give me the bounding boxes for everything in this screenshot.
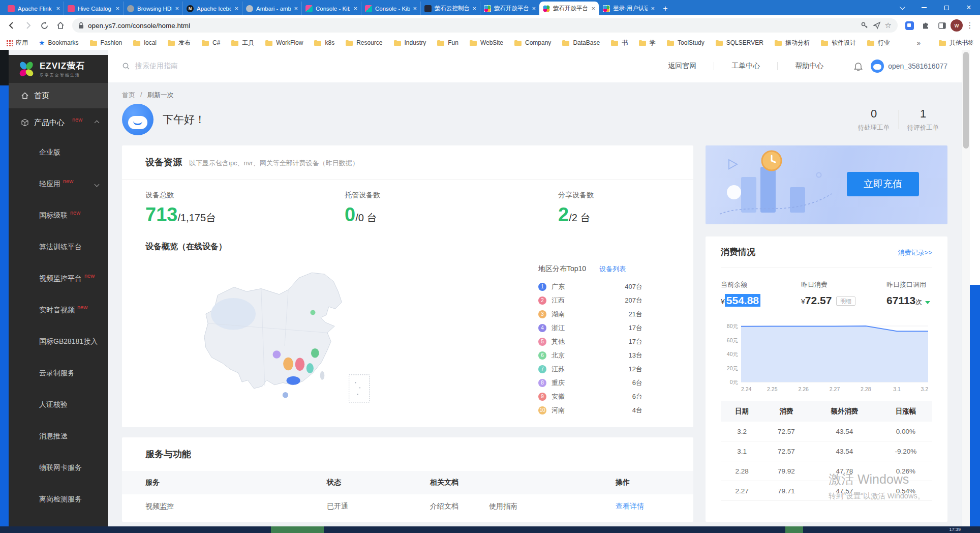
consumption-records-link[interactable]: 消费记录>> (898, 248, 932, 257)
extensions-puzzle-icon[interactable] (918, 18, 933, 33)
other-bookmarks[interactable]: 其他书签 (938, 39, 974, 47)
browser-tab[interactable]: Ambari - amba× (242, 2, 301, 15)
service-doc-guide[interactable]: 使用指南 (489, 502, 517, 511)
side-panel-icon[interactable] (934, 18, 950, 33)
browser-tab[interactable]: Hive Catalog |× (64, 2, 123, 15)
pending-workorders[interactable]: 0 待处理工单 (849, 107, 898, 132)
browser-tab[interactable]: 萤石云控制台_E× (420, 2, 480, 15)
tab-close-icon[interactable]: × (651, 5, 655, 12)
bookmark-folder[interactable]: k8s (314, 39, 334, 47)
send-icon[interactable] (873, 21, 881, 29)
review-workorders[interactable]: 1 待评价工单 (899, 107, 947, 132)
apps-shortcut[interactable]: 应用 (6, 39, 28, 47)
browser-tab[interactable]: NApache Iceberg× (182, 2, 242, 15)
bookmark-folder[interactable]: 工具 (231, 39, 254, 47)
ezviz-logo[interactable]: EZVIZ萤石 乐享安全智能生活 (9, 55, 108, 83)
close-button[interactable]: × (958, 0, 980, 15)
tab-close-icon[interactable]: × (591, 5, 595, 12)
reload-button[interactable] (37, 18, 52, 33)
sidebar-item-首页[interactable]: 首页 (9, 83, 108, 108)
sidebar-item-离岗检测服务[interactable]: 离岗检测服务 (9, 484, 108, 515)
browser-menu-icon[interactable]: ⋮ (964, 21, 976, 30)
taskbar[interactable]: 17:39 (0, 526, 980, 533)
tab-close-icon[interactable]: × (234, 5, 238, 12)
bookmark-folder[interactable]: 行业 (867, 39, 890, 47)
tab-close-icon[interactable]: × (56, 5, 60, 12)
forward-button[interactable] (20, 18, 36, 33)
sidebar-item-产品中心[interactable]: 产品中心new (9, 108, 108, 137)
browser-tab[interactable]: Apache Flink W× (4, 2, 64, 15)
sidebar-item-企业版[interactable]: 企业版 (9, 137, 108, 168)
bookmark-folder[interactable]: Fun (437, 39, 458, 47)
bookmark-folder[interactable]: DataBase (562, 39, 600, 47)
bookmark-folder[interactable]: 振动分析 (774, 39, 810, 47)
sidebar-item-人证核验[interactable]: 人证核验 (9, 389, 108, 421)
home-button[interactable] (53, 18, 68, 33)
browser-tab[interactable]: 萤石开放平台-开× (480, 2, 539, 15)
back-button[interactable] (4, 18, 19, 33)
new-tab-button[interactable]: + (658, 2, 672, 15)
device-list-link[interactable]: 设备列表 (599, 264, 626, 274)
tab-close-icon[interactable]: × (472, 5, 476, 12)
address-bar[interactable]: open.ys7.com/console/home.html ☆ (72, 18, 898, 33)
caret-down-icon[interactable] (925, 301, 930, 304)
tab-close-icon[interactable]: × (413, 5, 417, 12)
bookmark-folder[interactable]: Fashion (89, 39, 122, 47)
sidebar-item-视频监控平台[interactable]: 视频监控平台new (9, 263, 108, 294)
link-ticket-center[interactable]: 工单中心 (714, 62, 777, 71)
bookmark-folder[interactable]: ToolStudy (666, 39, 705, 47)
sidebar-item-轻应用[interactable]: 轻应用new (9, 168, 108, 200)
breadcrumb-home[interactable]: 首页 (122, 91, 135, 100)
browser-tab[interactable]: Console - Kiba× (361, 2, 420, 15)
maximize-button[interactable] (935, 0, 958, 15)
browser-tab[interactable]: Browsing HDFS× (123, 2, 182, 15)
sidebar-item-国标GB28181接入[interactable]: 国标GB28181接入 (9, 326, 108, 358)
browser-tab[interactable]: 登录-用户认证中× (599, 2, 658, 15)
consumption-chart[interactable]: 0元20元40元60元80元2.242.252.262.272.283.13.2 (721, 317, 932, 394)
profile-avatar[interactable]: w (951, 19, 963, 32)
bookmark-folder[interactable]: WebSite (469, 39, 503, 47)
sidebar-item-算法训练平台[interactable]: 算法训练平台 (9, 231, 108, 263)
tab-close-icon[interactable]: × (532, 5, 536, 12)
service-doc-intro[interactable]: 介绍文档 (430, 502, 458, 511)
bookmark-folder[interactable]: Company (514, 39, 551, 47)
bookmark-folder[interactable]: 学 (638, 39, 656, 47)
taskbar-app-indicator[interactable] (785, 526, 803, 533)
browser-tab[interactable]: 萤石开放平台-接× (539, 2, 599, 15)
browser-tab[interactable]: Console - Kiba× (301, 2, 361, 15)
bookmarks-overflow-chevron[interactable]: » (917, 39, 921, 47)
bookmark-folder[interactable]: SQLSERVER (715, 39, 763, 47)
bookmark-folder[interactable]: local (133, 39, 157, 47)
page-scrollbar[interactable] (962, 50, 970, 526)
tab-close-icon[interactable]: × (175, 5, 179, 12)
bookmark-folder[interactable]: WorkFlow (265, 39, 303, 47)
guide-search-input[interactable]: 搜索使用指南 (122, 62, 386, 71)
sidebar-item-实时音视频[interactable]: 实时音视频new (9, 294, 108, 326)
service-detail-link[interactable]: 查看详情 (616, 502, 644, 511)
tab-search-chevron-icon[interactable] (891, 0, 913, 15)
bookmark-folder[interactable]: Industry (393, 39, 426, 47)
bookmark-folder[interactable]: 发布 (167, 39, 191, 47)
scrollbar-thumb[interactable] (963, 52, 969, 149)
tab-close-icon[interactable]: × (294, 5, 298, 12)
recharge-button[interactable]: 立即充值 (847, 172, 919, 196)
sidebar-item-消息推送[interactable]: 消息推送 (9, 421, 108, 452)
user-account[interactable]: open_3581616077 (871, 60, 947, 73)
bookmark-folder[interactable]: 书 (610, 39, 628, 47)
link-official-site[interactable]: 返回官网 (651, 62, 714, 71)
china-map[interactable] (142, 255, 427, 411)
minimize-button[interactable] (913, 0, 935, 15)
bookmark-folder[interactable]: 软件设计 (820, 39, 856, 47)
taskbar-app-indicator[interactable] (271, 526, 324, 533)
sidebar-item-云录制服务[interactable]: 云录制服务 (9, 358, 108, 389)
link-help-center[interactable]: 帮助中心 (778, 62, 841, 71)
bookmark-folder[interactable]: Resource (345, 39, 382, 47)
notification-bell-icon[interactable] (854, 62, 863, 71)
bookmarks-folder-root[interactable]: ★ Bookmarks (39, 39, 79, 47)
tab-close-icon[interactable]: × (115, 5, 119, 12)
tab-close-icon[interactable]: × (353, 5, 357, 12)
key-icon[interactable] (861, 21, 869, 29)
sidebar-item-国标级联[interactable]: 国标级联new (9, 200, 108, 231)
extension-pinned-icon[interactable] (902, 18, 917, 33)
bookmark-star-icon[interactable]: ☆ (885, 21, 892, 30)
